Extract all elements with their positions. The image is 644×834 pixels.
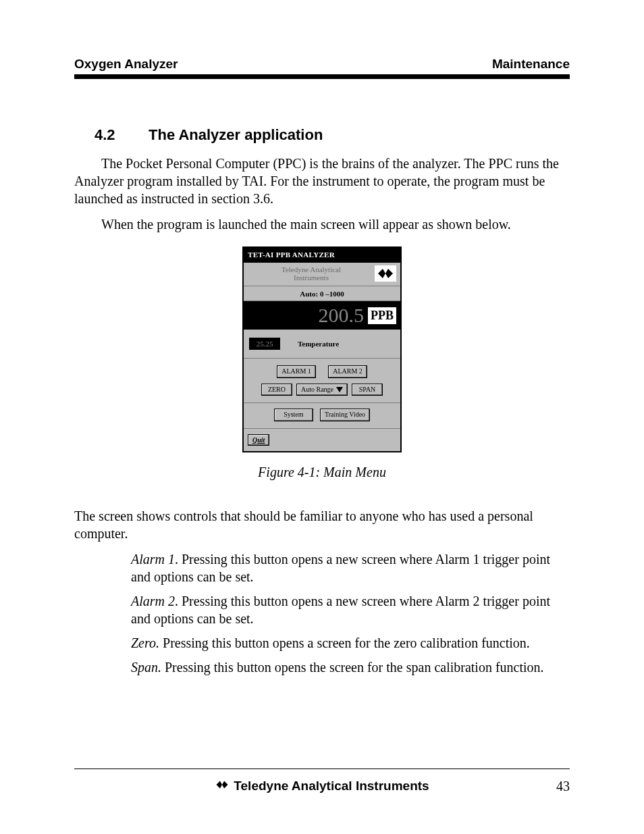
- desc-zero: Zero. Pressing this button opens a scree…: [131, 634, 570, 652]
- alarm2-button[interactable]: ALARM 2: [328, 365, 367, 378]
- desc-alarm1: Alarm 1. Pressing this button opens a ne…: [131, 550, 570, 585]
- figure-caption: Figure 4-1: Main Menu: [74, 465, 570, 480]
- footer-page-number: 43: [556, 779, 570, 794]
- device-titlebar: TET-AI PPB ANALYZER: [244, 248, 400, 263]
- zero-button[interactable]: ZERO: [261, 384, 292, 396]
- header-right: Maintenance: [492, 57, 570, 72]
- footer-brand: Teledyne Analytical Instruments: [234, 779, 429, 793]
- device-subheader-1: Teledyne Analytical: [248, 265, 375, 273]
- header-bar: [74, 74, 570, 79]
- desc-alarm1-term: Alarm 1: [131, 552, 175, 567]
- teledyne-logo-icon: [375, 265, 396, 282]
- readout-value: 200.5: [319, 304, 365, 327]
- section-number: 4.2: [95, 126, 149, 144]
- footer-rule: [74, 768, 570, 769]
- ppc-screenshot: TET-AI PPB ANALYZER Teledyne Analytical …: [242, 246, 402, 452]
- header-left: Oxygen Analyzer: [74, 57, 178, 72]
- training-video-button[interactable]: Training Video: [320, 409, 370, 421]
- autorange-dropdown[interactable]: Auto Range: [296, 384, 348, 396]
- section-heading: 4.2The Analyzer application: [95, 126, 570, 144]
- desc-zero-term: Zero.: [131, 635, 159, 650]
- desc-alarm1-text: . Pressing this button opens a new scree…: [131, 552, 550, 584]
- alarm1-button[interactable]: ALARM 1: [277, 365, 316, 378]
- section-title: The Analyzer application: [149, 126, 323, 143]
- temperature-value: 25.25: [249, 338, 280, 350]
- quit-button[interactable]: Quit: [248, 434, 269, 446]
- readout-unit: PPB: [368, 307, 396, 324]
- desc-span: Span. Pressing this button opens the scr…: [131, 658, 570, 676]
- temperature-label: Temperature: [298, 340, 339, 348]
- system-button[interactable]: System: [274, 409, 313, 421]
- desc-zero-text: Pressing this button opens a screen for …: [159, 635, 530, 650]
- paragraph-1: The Pocket Personal Computer (PPC) is th…: [74, 155, 570, 207]
- desc-span-text: Pressing this button opens the screen fo…: [161, 660, 544, 675]
- device-subheader-2: Instruments: [248, 273, 375, 282]
- auto-range-label: Auto: 0 –1000: [244, 286, 400, 301]
- desc-span-term: Span.: [131, 660, 161, 675]
- desc-alarm2: Alarm 2. Pressing this button opens a ne…: [131, 592, 570, 627]
- desc-alarm2-term: Alarm 2: [131, 594, 175, 608]
- autorange-label: Auto Range: [301, 386, 333, 394]
- desc-alarm2-text: . Pressing this button opens a new scree…: [131, 594, 550, 626]
- teledyne-logo-icon: [215, 780, 230, 792]
- readout-panel: 200.5 PPB: [244, 301, 400, 330]
- chevron-down-icon: [336, 387, 343, 392]
- paragraph-3: The screen shows controls that should be…: [74, 507, 570, 542]
- span-button[interactable]: SPAN: [352, 384, 383, 396]
- paragraph-2: When the program is launched the main sc…: [74, 215, 570, 233]
